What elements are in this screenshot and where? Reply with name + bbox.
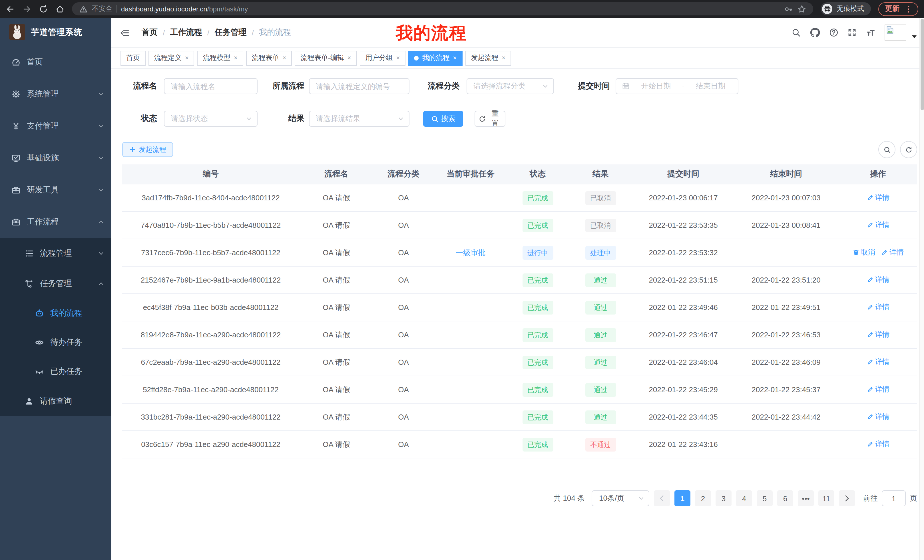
sidebar-item-todo-tasks[interactable]: 待办任务 <box>0 328 111 357</box>
action-detail-link[interactable]: 详情 <box>867 412 890 422</box>
page-button-4[interactable]: 4 <box>736 490 752 506</box>
browser-update-button[interactable]: 更新 <box>878 2 918 16</box>
browser-menu-icon[interactable] <box>904 4 913 13</box>
breadcrumb-home[interactable]: 首页 <box>142 27 158 38</box>
cell-end-time: 2022-01-22 23:49:51 <box>733 294 839 321</box>
sidebar-item-workflow[interactable]: 工作流程 <box>0 206 111 238</box>
page-button-2[interactable]: 2 <box>695 490 711 506</box>
page-button-11[interactable]: 11 <box>818 490 834 506</box>
action-cancel-link[interactable]: 取消 <box>852 248 875 258</box>
next-page-button[interactable] <box>839 490 855 506</box>
sidebar-item-task-management[interactable]: 任务管理 <box>0 268 111 298</box>
sidebar-item-system-management[interactable]: 系统管理 <box>0 78 111 110</box>
tab-close-icon[interactable]: × <box>283 55 286 61</box>
help-icon[interactable] <box>829 28 838 37</box>
cell-result: 通过 <box>568 376 633 403</box>
status-select[interactable]: 请选择状态 <box>164 111 258 127</box>
browser-reload-icon[interactable] <box>39 4 48 13</box>
tab-user-group[interactable]: 用户分组× <box>360 51 406 65</box>
url-bar[interactable]: 不安全 dashboard.yudao.iocoder.cn/bpm/task/… <box>72 2 813 15</box>
action-detail-link[interactable]: 详情 <box>867 385 890 394</box>
sidebar-item-dev-tools[interactable]: 研发工具 <box>0 174 111 206</box>
submit-time-range-picker[interactable]: 开始日期 - 结束日期 <box>616 78 738 94</box>
tab-home[interactable]: 首页 <box>120 51 146 65</box>
tab-process-form-edit[interactable]: 流程表单-编辑× <box>295 51 357 65</box>
chevron-left-icon <box>657 494 666 503</box>
bookmark-star-icon[interactable] <box>797 4 806 13</box>
browser-forward-icon[interactable] <box>22 4 32 13</box>
process-name-input[interactable] <box>165 79 257 94</box>
browser-home-icon[interactable] <box>56 4 64 13</box>
github-icon[interactable] <box>810 27 820 38</box>
breadcrumb-task-management[interactable]: 任务管理 <box>215 27 247 38</box>
column-header: 当前审批任务 <box>434 165 508 184</box>
app-shell: 芋道管理系统 首页系统管理支付管理基础设施研发工具工作流程流程管理任务管理我的流… <box>0 18 924 560</box>
action-detail-link[interactable]: 详情 <box>881 248 904 258</box>
cell-result: 通过 <box>568 321 633 349</box>
sidebar-item-leave-query[interactable]: 请假查询 <box>0 386 111 416</box>
sidebar-item-home[interactable]: 首页 <box>0 46 111 78</box>
page-ellipsis[interactable]: ••• <box>798 490 814 506</box>
tab-process-definition[interactable]: 流程定义× <box>148 51 195 65</box>
action-detail-link[interactable]: 详情 <box>867 193 890 203</box>
prev-page-button[interactable] <box>654 490 670 506</box>
page-button-3[interactable]: 3 <box>716 490 732 506</box>
chevron-up-icon <box>98 280 105 287</box>
page-size-select[interactable]: 10条/页 <box>592 490 650 506</box>
action-detail-link[interactable]: 详情 <box>867 330 890 340</box>
tab-close-icon[interactable]: × <box>396 55 400 61</box>
fullscreen-icon[interactable] <box>848 28 856 37</box>
page-button-5[interactable]: 5 <box>757 490 772 506</box>
cell-process-name: OA 请假 <box>299 184 374 211</box>
app-logo[interactable]: 芋道管理系统 <box>0 18 111 46</box>
page-button-1[interactable]: 1 <box>675 490 690 506</box>
action-detail-link[interactable]: 详情 <box>867 440 890 449</box>
sidebar-item-infrastructure[interactable]: 基础设施 <box>0 142 111 174</box>
chevron-down-icon <box>638 495 645 502</box>
sidebar-item-label: 流程管理 <box>40 248 72 258</box>
page-button-6[interactable]: 6 <box>777 490 793 506</box>
parent-process-input[interactable] <box>309 79 409 94</box>
app-logo-image <box>9 24 25 40</box>
sidebar-item-done-tasks[interactable]: 已办任务 <box>0 357 111 386</box>
chevron-down-icon[interactable] <box>912 35 916 38</box>
goto-page-input[interactable] <box>882 490 906 506</box>
action-detail-link[interactable]: 详情 <box>867 302 890 312</box>
toolbar-refresh-button[interactable] <box>900 141 917 158</box>
category-select[interactable]: 请选择流程分类 <box>466 78 554 94</box>
tab-start-process[interactable]: 发起流程× <box>465 51 511 65</box>
action-detail-link[interactable]: 详情 <box>867 357 890 367</box>
font-size-icon[interactable] <box>866 28 876 37</box>
reset-button[interactable]: 重置 <box>475 111 506 127</box>
browser-back-icon[interactable] <box>6 4 15 13</box>
start-process-button[interactable]: 发起流程 <box>122 142 173 157</box>
sidebar-item-payment-management[interactable]: 支付管理 <box>0 110 111 142</box>
tab-process-form[interactable]: 流程表单× <box>246 51 292 65</box>
tab-close-icon[interactable]: × <box>348 55 351 61</box>
result-select[interactable]: 请选择流结果 <box>309 111 410 127</box>
search-button[interactable]: 搜索 <box>423 111 463 127</box>
tab-close-icon[interactable]: × <box>185 55 189 61</box>
action-detail-link[interactable]: 详情 <box>867 275 890 285</box>
table-row: ec45f38f-7b9a-11ec-b03b-acde48001122OA 请… <box>122 294 917 321</box>
sidebar-item-process-management[interactable]: 流程管理 <box>0 238 111 268</box>
tab-close-icon[interactable]: × <box>502 55 506 61</box>
toolbar-search-toggle-button[interactable] <box>878 141 896 158</box>
scrollbar-thumb[interactable] <box>921 19 924 110</box>
date-separator: - <box>682 82 685 90</box>
hamburger-icon[interactable] <box>120 28 130 37</box>
tab-my-process[interactable]: 我的流程× <box>408 51 462 65</box>
avatar[interactable] <box>885 24 906 40</box>
search-icon[interactable] <box>792 28 801 37</box>
tab-close-icon[interactable]: × <box>234 55 238 61</box>
security-warning-icon[interactable] <box>79 4 88 13</box>
tab-close-icon[interactable]: × <box>453 55 457 61</box>
sidebar-item-my-process[interactable]: 我的流程 <box>0 298 111 328</box>
action-detail-link[interactable]: 详情 <box>867 220 890 230</box>
pen-icon <box>867 359 873 365</box>
key-icon[interactable] <box>784 4 793 13</box>
breadcrumb-workflow[interactable]: 工作流程 <box>170 27 202 38</box>
current-task-link[interactable]: 一级审批 <box>456 248 485 257</box>
scrollbar[interactable] <box>920 18 924 560</box>
tab-process-model[interactable]: 流程模型× <box>197 51 243 65</box>
